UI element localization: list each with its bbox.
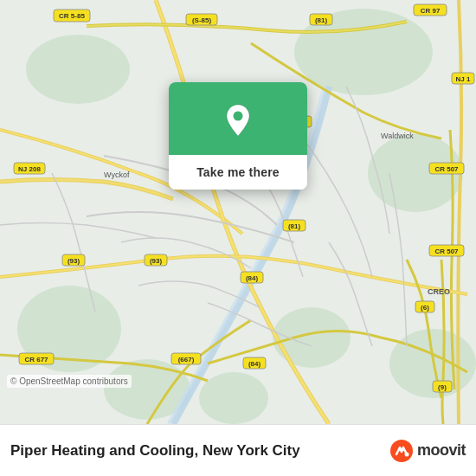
svg-point-48 <box>234 112 243 121</box>
map-container: CR 5-85 (S-85) (81) NJ 208 R 502 (81) CR… <box>0 0 476 424</box>
svg-text:(93): (93) <box>150 257 163 265</box>
svg-point-7 <box>273 307 351 368</box>
moovit-logo[interactable]: moovit <box>389 439 466 463</box>
svg-text:(9): (9) <box>438 383 447 391</box>
location-popup: Take me there <box>169 82 307 190</box>
map-attribution: © OpenStreetMap contributors <box>7 375 132 388</box>
svg-text:CR 97: CR 97 <box>421 7 441 15</box>
svg-text:(81): (81) <box>288 222 301 230</box>
svg-text:CR 507: CR 507 <box>434 165 459 173</box>
svg-text:(81): (81) <box>315 16 328 24</box>
bottom-bar: Piper Heating and Cooling, New York City… <box>0 424 476 476</box>
svg-point-8 <box>199 372 268 424</box>
popup-header <box>169 82 307 155</box>
svg-text:CR 677: CR 677 <box>24 356 48 363</box>
moovit-text: moovit <box>417 441 466 460</box>
svg-text:NJ 1: NJ 1 <box>456 75 471 83</box>
svg-text:(6): (6) <box>421 304 429 312</box>
svg-text:(84): (84) <box>248 360 261 368</box>
svg-text:Waldwick: Waldwick <box>381 132 414 140</box>
svg-text:(S-85): (S-85) <box>192 16 212 24</box>
moovit-icon <box>389 439 414 463</box>
location-pin-icon <box>219 101 257 139</box>
svg-text:(84): (84) <box>246 274 259 282</box>
svg-text:(667): (667) <box>178 356 195 363</box>
svg-point-2 <box>26 35 130 104</box>
map-background: CR 5-85 (S-85) (81) NJ 208 R 502 (81) CR… <box>0 0 476 424</box>
svg-text:CR 5-85: CR 5-85 <box>59 12 85 20</box>
svg-text:(93): (93) <box>68 257 80 265</box>
take-me-there-button[interactable]: Take me there <box>169 155 307 190</box>
svg-text:NJ 208: NJ 208 <box>18 165 41 173</box>
business-name: Piper Heating and Cooling, New York City <box>10 442 389 460</box>
svg-text:CR 507: CR 507 <box>434 248 459 255</box>
svg-point-50 <box>404 452 408 456</box>
svg-text:CREO: CREO <box>428 287 450 296</box>
svg-text:Wyckof: Wyckof <box>104 170 130 179</box>
